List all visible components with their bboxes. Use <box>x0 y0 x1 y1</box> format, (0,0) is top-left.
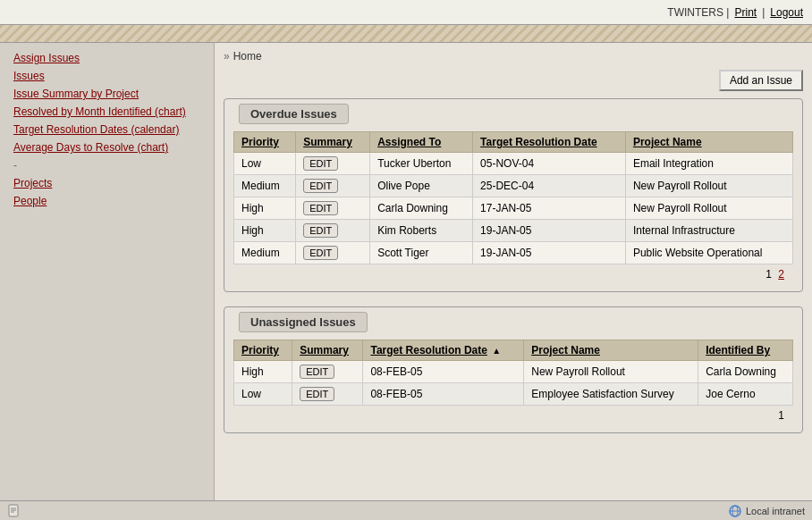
overdue-date-cell: 17-JAN-05 <box>473 197 626 220</box>
overdue-edit-button[interactable]: EDIT <box>303 223 338 238</box>
sidebar-item-issues[interactable]: Issues <box>13 70 200 82</box>
overdue-edit-cell: EDIT <box>296 220 370 242</box>
overdue-table-row: Medium EDIT Scott Tiger 19-JAN-05 Public… <box>234 242 793 264</box>
overdue-assigned-cell: Kim Roberts <box>370 220 473 242</box>
sidebar-item-projects[interactable]: Projects <box>13 177 200 189</box>
unassigned-project-cell: New Payroll Rollout <box>524 361 698 383</box>
overdue-table-header-row: Priority Summary Assigned To Target Reso… <box>234 132 793 153</box>
intranet-badge: Local intranet <box>728 504 805 518</box>
unassigned-identified-cell: Carla Downing <box>698 361 793 383</box>
unassigned-priority-sort[interactable]: Priority <box>241 344 279 356</box>
unassigned-section-title: Unassigned Issues <box>239 312 368 332</box>
unassigned-table-row: High EDIT 08-FEB-05 New Payroll Rollout … <box>234 361 793 383</box>
overdue-page-2[interactable]: 2 <box>778 268 784 281</box>
sidebar-item-target-resolution[interactable]: Target Resolution Dates (calendar) <box>13 123 200 136</box>
unassigned-identified-sort[interactable]: Identified By <box>706 344 770 356</box>
intranet-label: Local intranet <box>746 506 805 516</box>
overdue-project-cell: Public Website Operational <box>625 242 792 264</box>
overdue-date-cell: 25-DEC-04 <box>473 175 626 197</box>
add-button-row: Add an Issue <box>224 70 803 91</box>
overdue-date-sort[interactable]: Target Resolution Date <box>480 136 596 148</box>
content-area: » Home Add an Issue Overdue Issues Prior… <box>215 43 812 520</box>
unassigned-priority-cell: Low <box>234 383 292 406</box>
overdue-assigned-cell: Tucker Uberton <box>370 153 473 175</box>
overdue-date-cell: 05-NOV-04 <box>473 153 626 175</box>
sidebar-item-resolved-by-month[interactable]: Resolved by Month Identified (chart) <box>13 105 200 118</box>
overdue-project-cell: Internal Infrastructure <box>625 220 792 242</box>
overdue-project-cell: Email Integration <box>625 153 792 175</box>
sidebar-item-issue-summary[interactable]: Issue Summary by Project <box>13 88 200 100</box>
unassigned-issues-table: Priority Summary Target Resolution Date … <box>233 340 793 406</box>
unassigned-edit-cell: EDIT <box>292 383 363 406</box>
unassigned-col-priority: Priority <box>234 340 292 361</box>
overdue-priority-cell: Medium <box>234 175 296 197</box>
overdue-section-title: Overdue Issues <box>239 104 349 124</box>
breadcrumb: » Home <box>224 50 803 63</box>
overdue-table-row: Low EDIT Tucker Uberton 05-NOV-04 Email … <box>234 153 793 175</box>
page-icon <box>7 504 21 518</box>
overdue-col-priority: Priority <box>234 132 296 153</box>
overdue-col-assigned-to: Assigned To <box>370 132 473 153</box>
overdue-issues-section: Overdue Issues Priority Summary Assigned… <box>224 98 803 292</box>
overdue-project-cell: New Payroll Rollout <box>625 197 792 220</box>
unassigned-edit-button[interactable]: EDIT <box>300 365 334 379</box>
overdue-col-target-date: Target Resolution Date <box>473 132 626 153</box>
logout-link[interactable]: Logout <box>770 6 803 19</box>
overdue-edit-cell: EDIT <box>296 197 370 220</box>
unassigned-col-target-date: Target Resolution Date ▲ <box>363 340 524 361</box>
unassigned-identified-cell: Joe Cerno <box>698 383 793 406</box>
globe-icon <box>728 504 742 518</box>
overdue-priority-sort[interactable]: Priority <box>241 136 279 148</box>
unassigned-project-sort[interactable]: Project Name <box>531 344 600 356</box>
overdue-pagination: 1 2 <box>233 264 793 281</box>
overdue-edit-button[interactable]: EDIT <box>303 156 338 171</box>
unassigned-col-project: Project Name <box>524 340 698 361</box>
overdue-priority-cell: Medium <box>234 242 296 264</box>
overdue-edit-button[interactable]: EDIT <box>303 201 338 215</box>
sidebar-item-people[interactable]: People <box>13 195 200 207</box>
unassigned-pagination: 1 <box>233 406 793 422</box>
overdue-date-cell: 19-JAN-05 <box>473 220 626 242</box>
overdue-priority-cell: High <box>234 197 296 220</box>
unassigned-col-summary: Summary <box>292 340 363 361</box>
overdue-col-project: Project Name <box>625 132 792 153</box>
add-issue-button[interactable]: Add an Issue <box>719 70 803 91</box>
username: TWINTERS | <box>667 6 729 19</box>
sidebar-item-avg-days[interactable]: Average Days to Resolve (chart) <box>13 141 200 154</box>
unassigned-issues-section: Unassigned Issues Priority Summary Targe… <box>224 306 803 433</box>
overdue-priority-cell: Low <box>234 153 296 175</box>
unassigned-project-cell: Employee Satisfaction Survey <box>524 383 698 406</box>
unassigned-section-content: Priority Summary Target Resolution Date … <box>224 323 802 425</box>
overdue-issues-table: Priority Summary Assigned To Target Reso… <box>233 131 793 264</box>
overdue-edit-button[interactable]: EDIT <box>303 179 338 193</box>
overdue-assigned-cell: Olive Pope <box>370 175 473 197</box>
overdue-table-row: High EDIT Kim Roberts 19-JAN-05 Internal… <box>234 220 793 242</box>
status-icon <box>7 504 21 518</box>
overdue-assigned-sort[interactable]: Assigned To <box>377 136 441 148</box>
sort-arrow-icon: ▲ <box>492 346 501 356</box>
unassigned-priority-cell: High <box>234 361 292 383</box>
unassigned-table-row: Low EDIT 08-FEB-05 Employee Satisfaction… <box>234 383 793 406</box>
unassigned-summary-sort[interactable]: Summary <box>300 344 349 356</box>
overdue-edit-cell: EDIT <box>296 153 370 175</box>
overdue-assigned-cell: Carla Downing <box>370 197 473 220</box>
unassigned-date-cell: 08-FEB-05 <box>363 383 524 406</box>
unassigned-date-sort[interactable]: Target Resolution Date <box>370 344 486 356</box>
unassigned-edit-cell: EDIT <box>292 361 363 383</box>
overdue-edit-button[interactable]: EDIT <box>303 246 338 260</box>
overdue-project-sort[interactable]: Project Name <box>633 136 702 148</box>
sidebar-item-assign-issues[interactable]: Assign Issues <box>13 52 200 64</box>
top-bar: TWINTERS | Print | Logout <box>0 0 812 25</box>
print-link[interactable]: Print <box>734 6 757 19</box>
overdue-summary-sort[interactable]: Summary <box>303 136 352 148</box>
overdue-section-content: Priority Summary Assigned To Target Reso… <box>224 115 802 284</box>
unassigned-col-identified-by: Identified By <box>698 340 793 361</box>
unassigned-edit-button[interactable]: EDIT <box>300 387 334 401</box>
overdue-project-cell: New Payroll Rollout <box>625 175 792 197</box>
unassigned-table-header-row: Priority Summary Target Resolution Date … <box>234 340 793 361</box>
sidebar-separator: - <box>13 159 200 172</box>
unassigned-date-cell: 08-FEB-05 <box>363 361 524 383</box>
overdue-edit-cell: EDIT <box>296 242 370 264</box>
overdue-table-row: High EDIT Carla Downing 17-JAN-05 New Pa… <box>234 197 793 220</box>
status-bar: Local intranet <box>0 500 812 520</box>
